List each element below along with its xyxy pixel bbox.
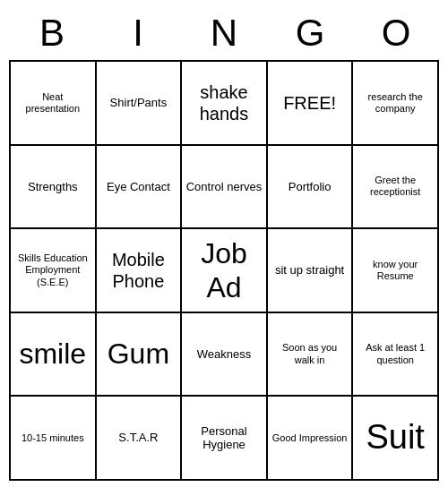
- bingo-cell: Portfolio: [268, 146, 354, 230]
- cell-text: Suit: [366, 417, 424, 458]
- header-letter: I: [95, 6, 181, 60]
- cell-text: FREE!: [283, 92, 336, 114]
- bingo-cell: Neat presentation: [11, 62, 97, 146]
- bingo-cell: Shirt/Pants: [97, 62, 183, 146]
- cell-text: Skills Education Employment (S.E.E): [14, 252, 91, 288]
- cell-text: know your Resume: [357, 259, 434, 282]
- bingo-cell: Control nerves: [182, 146, 268, 230]
- cell-text: Control nerves: [186, 180, 263, 194]
- bingo-cell: smile: [11, 313, 97, 397]
- bingo-cell: S.T.A.R: [97, 397, 183, 481]
- bingo-cell: Job Ad: [182, 229, 268, 313]
- bingo-cell: Suit: [353, 397, 439, 481]
- bingo-cell: 10-15 minutes: [11, 397, 97, 481]
- cell-text: Gum: [108, 337, 169, 371]
- cell-text: Portfolio: [289, 180, 332, 194]
- cell-text: Eye Contact: [107, 180, 170, 194]
- cell-text: Good Impression: [272, 432, 348, 444]
- bingo-cell: Eye Contact: [97, 146, 183, 230]
- bingo-cell: Skills Education Employment (S.E.E): [11, 229, 97, 313]
- cell-text: Soon as you walk in: [271, 342, 349, 365]
- cell-text: Neat presentation: [14, 91, 91, 115]
- bingo-cell: Personal Hygiene: [182, 397, 268, 481]
- bingo-cell: research the company: [353, 62, 439, 146]
- bingo-cell: Gum: [97, 313, 183, 397]
- bingo-cell: Ask at least 1 question: [353, 313, 439, 397]
- bingo-cell: Greet the receptionist: [353, 146, 439, 230]
- bingo-cell: Weakness: [182, 313, 268, 397]
- bingo-header: BINGO: [9, 6, 439, 60]
- header-letter: G: [267, 6, 353, 60]
- cell-text: Mobile Phone: [100, 249, 177, 292]
- bingo-cell: Good Impression: [268, 397, 354, 481]
- cell-text: research the company: [357, 91, 434, 115]
- bingo-cell: FREE!: [268, 62, 354, 146]
- cell-text: 10-15 minutes: [22, 432, 84, 444]
- cell-text: Greet the receptionist: [357, 175, 434, 198]
- header-letter: B: [9, 6, 95, 60]
- bingo-card: BINGO Neat presentationShirt/Pantsshake …: [9, 6, 439, 481]
- cell-text: Ask at least 1 question: [357, 342, 434, 365]
- bingo-cell: Mobile Phone: [97, 229, 183, 313]
- cell-text: shake hands: [185, 81, 263, 124]
- bingo-cell: Soon as you walk in: [268, 313, 354, 397]
- cell-text: sit up straight: [275, 263, 344, 278]
- bingo-grid: Neat presentationShirt/Pantsshake handsF…: [9, 60, 439, 481]
- cell-text: Shirt/Pants: [110, 96, 168, 110]
- bingo-cell: know your Resume: [353, 229, 439, 313]
- bingo-cell: Strengths: [11, 146, 97, 230]
- header-letter: N: [181, 6, 267, 60]
- cell-text: Strengths: [28, 180, 78, 194]
- header-letter: O: [353, 6, 439, 60]
- cell-text: Weakness: [197, 347, 251, 362]
- cell-text: Job Ad: [185, 236, 263, 305]
- cell-text: Personal Hygiene: [185, 424, 263, 452]
- bingo-cell: sit up straight: [268, 229, 354, 313]
- bingo-cell: shake hands: [182, 62, 268, 146]
- cell-text: S.T.A.R: [118, 431, 158, 445]
- cell-text: smile: [19, 337, 86, 371]
